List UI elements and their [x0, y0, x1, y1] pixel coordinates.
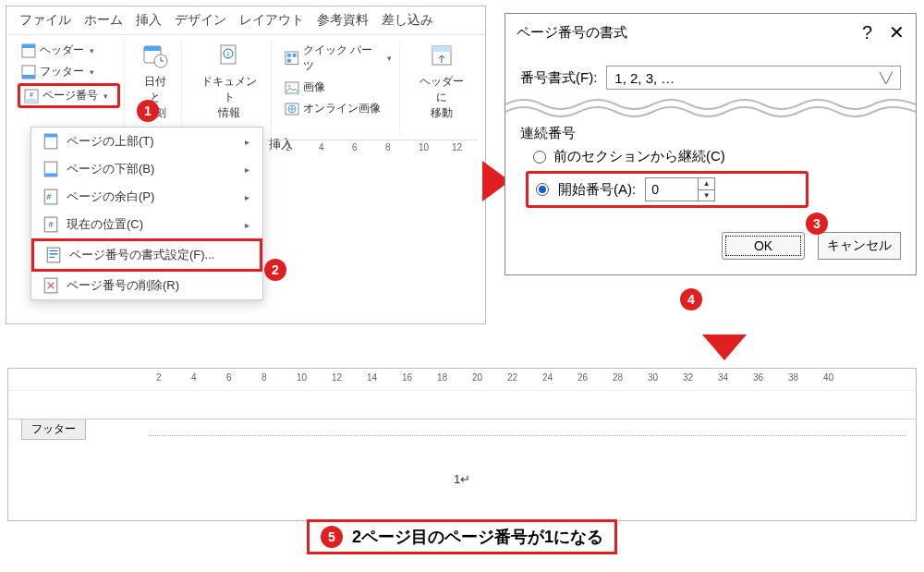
menu-page-margin-label: ページの余白(P): [67, 189, 154, 205]
docinfo-button[interactable]: i ドキュメント 情報 ▾: [191, 41, 267, 136]
svg-rect-5: [25, 99, 38, 103]
chevron-down-icon: ▾: [103, 91, 108, 101]
ruler-tick: 10: [297, 372, 307, 383]
help-button[interactable]: ?: [862, 22, 872, 43]
svg-rect-24: [44, 134, 57, 137]
goto-header-button[interactable]: ヘッダーに 移動: [409, 41, 474, 123]
tab-references[interactable]: 参考資料: [317, 12, 369, 29]
image-icon: [285, 80, 299, 95]
remove-icon: [43, 277, 59, 294]
ruler-tick: 16: [402, 372, 412, 383]
dialog-body: 番号書式(F): 1, 2, 3, … ╲╱ 連続番号 前のセクションから継続(…: [505, 51, 916, 221]
current-pos-icon: #: [43, 216, 59, 233]
menu-current-pos-label: 現在の位置(C): [67, 216, 143, 233]
ruler-tick: 8: [261, 372, 267, 383]
spin-up-icon[interactable]: ▲: [699, 178, 714, 190]
svg-rect-15: [293, 54, 297, 57]
sequence-group: 連続番号 前のセクションから継続(C) 開始番号(A): 0 ▲ ▼: [520, 125, 901, 208]
ruler-tick: 10: [419, 142, 429, 152]
ok-button[interactable]: OK: [722, 232, 805, 260]
quickparts-button[interactable]: クイック パーツ ▾: [281, 41, 395, 76]
page-number-value: 1↵: [454, 472, 470, 486]
start-at-spinner[interactable]: 0 ▲ ▼: [645, 177, 715, 201]
svg-rect-14: [287, 54, 291, 57]
number-format-combo[interactable]: 1, 2, 3, … ╲╱: [606, 66, 901, 90]
spinner-buttons[interactable]: ▲ ▼: [698, 178, 714, 201]
ruler-tick: 34: [718, 372, 728, 383]
menu-remove-label: ページ番号の削除(R): [67, 277, 179, 294]
spin-down-icon[interactable]: ▼: [699, 190, 714, 201]
svg-text:i: i: [227, 50, 229, 58]
page-number-menu: ページの上部(T) ▸ ページの下部(B) ▸ #ページの余白(P) ▸ #現在…: [30, 127, 263, 300]
online-image-label: オンライン画像: [303, 101, 381, 116]
calendar-clock-icon: [142, 43, 168, 68]
menu-remove-page-number[interactable]: ページ番号の削除(R): [31, 272, 262, 299]
image-button[interactable]: 画像: [281, 78, 395, 97]
dialog-titlebar: ページ番号の書式 ? ✕: [505, 14, 916, 51]
step-badge-3: 3: [806, 213, 828, 235]
ruler-tick: 4: [191, 372, 197, 383]
tab-file[interactable]: ファイル: [19, 12, 71, 29]
footer-button[interactable]: フッター ▾: [18, 62, 120, 81]
tab-layout[interactable]: レイアウト: [239, 12, 304, 29]
menu-page-bottom[interactable]: ページの下部(B) ▸: [31, 155, 262, 183]
ruler-tick: 38: [788, 372, 798, 383]
sequence-title: 連続番号: [520, 125, 901, 142]
ruler-tick: 28: [613, 372, 623, 383]
menu-page-bottom-label: ページの下部(B): [67, 161, 154, 177]
image-label: 画像: [303, 79, 325, 95]
ribbon-tabs: ファイル ホーム 挿入 デザイン レイアウト 参考資料 差し込み: [6, 6, 485, 35]
format-icon: [45, 247, 62, 263]
ruler-tick: 24: [542, 372, 553, 383]
ribbon-row: ヘッダー ▾ フッター ▾ # ページ番号 ▾: [6, 35, 485, 136]
tab-design[interactable]: デザイン: [175, 12, 226, 29]
footer-region: フッター 1↵: [8, 391, 916, 483]
svg-text:#: #: [47, 192, 52, 201]
cancel-button[interactable]: キャンセル: [818, 232, 901, 260]
chevron-right-icon: ▸: [245, 220, 249, 230]
result-panel: 2 4 6 8 10 12 14 16 18 20 22 24 26 28 30…: [7, 368, 917, 521]
svg-rect-22: [432, 46, 451, 52]
ruler-tick: 32: [683, 372, 693, 383]
chevron-down-icon: ▾: [387, 54, 392, 63]
chevron-down-icon: ▾: [90, 46, 94, 55]
header-icon: [21, 43, 36, 58]
tab-insert[interactable]: 挿入: [136, 12, 162, 29]
page-number-label: ページ番号: [43, 88, 98, 103]
ruler-tick: 2: [286, 142, 291, 152]
step-badge-4: 4: [680, 288, 702, 310]
ruler-tick: 22: [507, 372, 517, 383]
menu-format-page-number[interactable]: ページ番号の書式設定(F)...: [31, 238, 262, 272]
page-number-button[interactable]: # ページ番号 ▾: [18, 83, 120, 108]
menu-page-margin[interactable]: #ページの余白(P) ▸: [31, 183, 262, 211]
dialog-title: ページ番号の書式: [517, 24, 627, 42]
start-at-value: 0: [646, 178, 698, 201]
svg-point-18: [288, 84, 291, 87]
tab-home[interactable]: ホーム: [84, 12, 123, 29]
ruler-tick: 20: [472, 372, 482, 383]
docinfo-label: ドキュメント 情報: [197, 74, 261, 121]
svg-text:#: #: [30, 91, 33, 98]
goto-header-icon: [429, 43, 455, 68]
datetime-group: 日付と 時刻: [130, 41, 182, 136]
online-image-button[interactable]: オンライン画像: [281, 99, 395, 118]
close-button[interactable]: ✕: [889, 21, 905, 43]
page-number-icon: #: [24, 89, 39, 103]
menu-page-top[interactable]: ページの上部(T) ▸: [31, 128, 262, 155]
tab-mailings[interactable]: 差し込み: [382, 12, 433, 29]
ruler-tick: 30: [648, 372, 658, 383]
result-callout: 5 2ページ目のページ番号が1になる: [307, 519, 617, 554]
continue-radio-row[interactable]: 前のセクションから継続(C): [533, 148, 901, 165]
document-info-icon: i: [216, 43, 242, 68]
header-button[interactable]: ヘッダー ▾: [18, 41, 120, 60]
menu-current-pos[interactable]: #現在の位置(C) ▸: [31, 211, 262, 238]
ruler-tick: 12: [332, 372, 342, 383]
insert-group: クイック パーツ ▾ 画像 オンライン画像: [277, 41, 400, 136]
header-label: ヘッダー: [40, 43, 84, 58]
step-badge-2: 2: [264, 259, 286, 281]
ruler-tick: 36: [753, 372, 763, 383]
ruler-tick: 2: [156, 372, 162, 383]
start-at-row[interactable]: 開始番号(A): 0 ▲ ▼: [526, 171, 808, 208]
page-break-line: [8, 419, 916, 420]
footer-label: フッター: [40, 64, 84, 79]
